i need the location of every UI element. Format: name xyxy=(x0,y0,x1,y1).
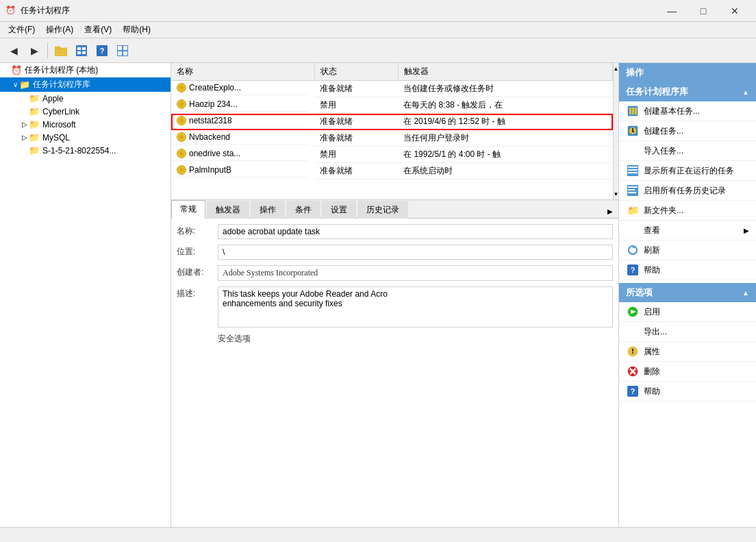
action-label: 帮助 xyxy=(644,386,660,397)
task-name: Haozip 234... xyxy=(189,99,238,109)
tab-triggers[interactable]: 触发器 xyxy=(207,201,249,219)
actions-selected-header[interactable]: 所选项 ▲ xyxy=(619,283,756,302)
properties-icon xyxy=(626,345,640,358)
svg-rect-36 xyxy=(632,349,633,352)
svg-rect-10 xyxy=(118,46,122,50)
scroll-up[interactable]: ▲ xyxy=(614,63,618,74)
tree-item-cyberlink[interactable]: 📁 CyberLink xyxy=(0,105,171,118)
action-enable[interactable]: 启用 xyxy=(619,302,756,322)
show-running-icon xyxy=(626,164,640,177)
task-status: 准备就绪 xyxy=(314,114,398,130)
location-row: 位置: \ xyxy=(177,245,613,260)
action-import[interactable]: 导入任务... xyxy=(619,141,756,161)
expand-icon: ▷ xyxy=(21,121,29,128)
item-label: MySQL xyxy=(42,133,70,143)
window-title: 任务计划程序 xyxy=(21,5,656,16)
security-label xyxy=(177,333,218,334)
tab-general[interactable]: 常规 xyxy=(171,200,205,219)
library-icon: 📁 xyxy=(19,79,30,90)
tree-item-mysql[interactable]: ▷ 📁 MySQL xyxy=(0,131,171,144)
action-label: 查看 xyxy=(644,225,744,236)
view-button[interactable] xyxy=(113,41,132,60)
menu-view[interactable]: 查看(V) xyxy=(79,23,117,37)
app-icon: ⏰ xyxy=(5,5,16,16)
task-table: 名称 状态 触发器 CreateExplo...准备就绪当创建任务或修改任务时H… xyxy=(171,63,613,180)
tree-item-s1-5[interactable]: 📁 S-1-5-21-8022554... xyxy=(0,144,171,157)
svg-rect-24 xyxy=(628,169,638,171)
location-label: 位置: xyxy=(177,245,218,258)
forward-button[interactable]: ▶ xyxy=(25,41,44,60)
svg-rect-29 xyxy=(628,192,636,193)
close-button[interactable]: ✕ xyxy=(719,0,751,22)
svg-rect-37 xyxy=(632,352,633,354)
task-list-container[interactable]: 名称 状态 触发器 CreateExplo...准备就绪当创建任务或修改任务时H… xyxy=(171,63,618,200)
task-name: Nvbackend xyxy=(189,132,230,142)
folder-button[interactable] xyxy=(51,41,71,60)
maximize-button[interactable]: □ xyxy=(688,0,719,22)
menu-bar: 文件(F) 操作(A) 查看(V) 帮助(H) xyxy=(0,22,756,38)
toolbar-separator xyxy=(47,43,48,58)
tabs-row: 常规 触发器 操作 条件 设置 历史记录 ▶ xyxy=(171,200,618,219)
task-clock-icon xyxy=(177,116,186,125)
task-name: PalmInputB xyxy=(189,165,231,175)
action-help1[interactable]: ? 帮助 xyxy=(619,260,756,280)
action-view[interactable]: 查看 ▶ xyxy=(619,221,756,241)
tab-conditions[interactable]: 条件 xyxy=(286,201,320,219)
task-trigger: 在系统启动时 xyxy=(398,163,612,180)
toolbar: ◀ ▶ ? xyxy=(0,38,756,63)
item-label: Microsoft xyxy=(42,120,76,130)
tree-item-apple[interactable]: 📁 Apple xyxy=(0,92,171,105)
location-value[interactable]: \ xyxy=(218,245,613,260)
tree-item-microsoft[interactable]: ▷ 📁 Microsoft xyxy=(0,118,171,131)
help-button[interactable]: ? xyxy=(92,41,112,60)
action-create-basic[interactable]: 创建基本任务... xyxy=(619,101,756,121)
table-row[interactable]: Haozip 234...禁用在每天的 8:38 - 触发后，在 xyxy=(171,97,613,114)
tab-actions[interactable]: 操作 xyxy=(251,201,285,219)
action-new-folder[interactable]: 📁 新文件夹... xyxy=(619,201,756,221)
svg-rect-15 xyxy=(629,108,631,114)
action-enable-history[interactable]: 启用所有任务历史记录 xyxy=(619,181,756,201)
back-button[interactable]: ◀ xyxy=(4,41,23,60)
menu-action[interactable]: 操作(A) xyxy=(40,23,79,37)
library-label: 任务计划程序库 xyxy=(33,79,90,90)
menu-help[interactable]: 帮助(H) xyxy=(117,23,156,37)
folder-icon: 📁 xyxy=(29,106,40,116)
name-value[interactable]: adobe acrobat update task xyxy=(218,224,613,239)
action-delete[interactable]: 删除 xyxy=(619,362,756,382)
task-clock-icon xyxy=(177,165,186,175)
svg-rect-1 xyxy=(55,47,60,49)
menu-file[interactable]: 文件(F) xyxy=(3,23,40,37)
action-help2[interactable]: ? 帮助 xyxy=(619,382,756,402)
table-row[interactable]: onedrive sta...禁用在 1992/5/1 的 4:00 时 - 触 xyxy=(171,147,613,163)
folder-icon: 📁 xyxy=(29,132,40,143)
main-layout: ⏰ 任务计划程序 (本地) ∨ 📁 任务计划程序库 📁 Apple 📁 Cybe… xyxy=(0,63,756,527)
actions-main-header[interactable]: 操作 xyxy=(619,63,756,82)
table-row[interactable]: Nvbackend准备就绪当任何用户登录时 xyxy=(171,130,613,147)
scroll-down[interactable]: ▼ xyxy=(614,188,618,199)
table-row[interactable]: PalmInputB准备就绪在系统启动时 xyxy=(171,163,613,180)
action-create-task[interactable]: 创建任务... xyxy=(619,121,756,141)
task-status: 禁用 xyxy=(314,97,398,114)
tab-scroll-arrow[interactable]: ▶ xyxy=(602,205,618,218)
col-name[interactable]: 名称 xyxy=(171,63,314,81)
action-export[interactable]: 导出... xyxy=(619,322,756,342)
table-row[interactable]: netstat2318准备就绪在 2019/4/6 的 12:52 时 - 触 xyxy=(171,114,613,130)
svg-rect-21 xyxy=(632,131,634,132)
view-arrow: ▶ xyxy=(744,227,749,234)
col-trigger[interactable]: 触发器 xyxy=(398,63,612,81)
actions-library-header[interactable]: 任务计划程序库 ▲ xyxy=(619,82,756,101)
minimize-button[interactable]: — xyxy=(656,0,688,22)
action-properties[interactable]: 属性 xyxy=(619,342,756,362)
table-row[interactable]: CreateExplo...准备就绪当创建任务或修改任务时 xyxy=(171,81,613,97)
task-view-button[interactable] xyxy=(72,41,91,60)
action-show-running[interactable]: 显示所有正在运行的任务 xyxy=(619,161,756,181)
col-status[interactable]: 状态 xyxy=(314,63,398,81)
detail-panel: 常规 触发器 操作 条件 设置 历史记录 ▶ 名称: adobe acrobat… xyxy=(171,200,618,447)
security-value: 安全选项 xyxy=(218,333,251,345)
tree-library[interactable]: ∨ 📁 任务计划程序库 xyxy=(0,77,171,92)
action-refresh[interactable]: 刷新 xyxy=(619,241,756,260)
tree-root[interactable]: ⏰ 任务计划程序 (本地) xyxy=(0,63,171,77)
tab-history[interactable]: 历史记录 xyxy=(357,201,408,219)
svg-rect-16 xyxy=(632,108,634,114)
tab-settings[interactable]: 设置 xyxy=(322,201,356,219)
